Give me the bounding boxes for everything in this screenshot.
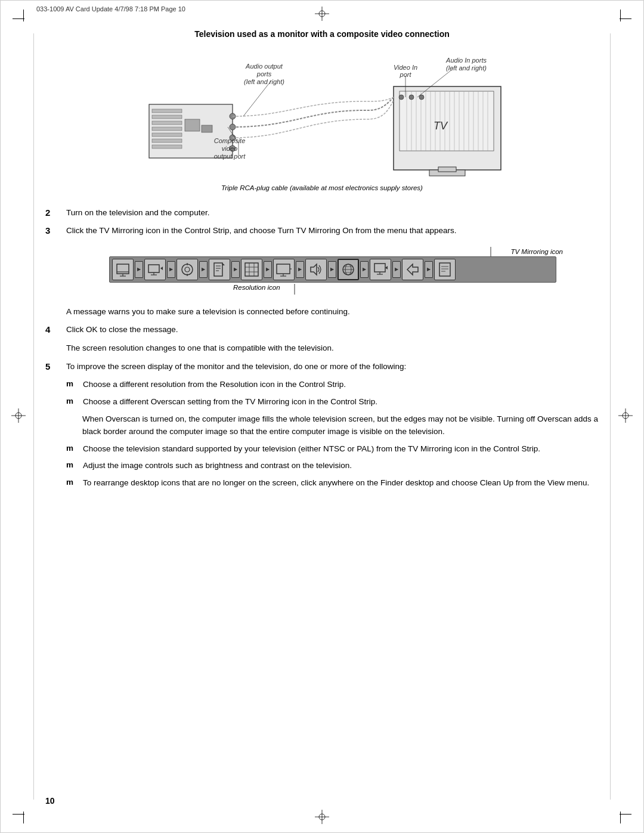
sub-text-3: Choose the television standard supported… <box>83 443 599 456</box>
svg-rect-19 <box>152 145 182 148</box>
sub-text-4: Adjust the image controls such as bright… <box>83 460 599 472</box>
cs-icon-4 <box>209 259 230 280</box>
svg-rect-90 <box>277 264 290 274</box>
sub-item-5: m To rearrange desktop icons that are no… <box>66 477 599 490</box>
sub-bullet-3: m <box>66 443 83 453</box>
cs-arrow-9: ▶ <box>392 261 401 278</box>
header-text: 033-1009 AV Card Update 4/7/98 7:18 PM P… <box>36 5 185 13</box>
cs-icon-6 <box>273 259 295 280</box>
cs-icon-5 <box>241 259 262 280</box>
left-border <box>33 33 34 800</box>
step-3: 3 Click the TV Mirroring icon in the Con… <box>45 225 599 237</box>
svg-marker-84 <box>222 263 225 265</box>
cs-arrow-10: ▶ <box>425 261 433 278</box>
cs-icon-7 <box>305 259 327 280</box>
sub-item-2: m Choose a different Overscan setting fr… <box>66 396 599 408</box>
sub-bullet-4: m <box>66 460 83 469</box>
step-5: 5 To improve the screen display of the m… <box>45 361 599 373</box>
right-border <box>610 33 611 800</box>
reg-mark-left <box>11 408 26 425</box>
diagram-svg: TV <box>113 51 531 182</box>
info-message: A message warns you to make sure a telev… <box>66 306 599 318</box>
svg-text:Composite: Composite <box>214 137 246 144</box>
step-3-number: 3 <box>45 225 66 236</box>
svg-text:(left and right): (left and right) <box>244 78 284 85</box>
svg-rect-80 <box>214 263 222 276</box>
step-4-number: 4 <box>45 324 66 335</box>
svg-marker-75 <box>160 267 163 270</box>
cs-arrow-6: ▶ <box>296 261 304 278</box>
svg-point-49 <box>399 95 404 100</box>
sub-bullet-2: m <box>66 396 83 405</box>
svg-text:output port: output port <box>214 153 246 160</box>
svg-text:video: video <box>222 145 237 152</box>
main-content: Television used as a monitor with a comp… <box>45 29 599 490</box>
cs-arrow-8: ▶ <box>360 261 369 278</box>
cs-icon-1 <box>112 259 134 280</box>
cs-arrow-4: ▶ <box>231 261 240 278</box>
step-5-text: To improve the screen display of the mon… <box>66 361 599 373</box>
svg-point-76 <box>182 264 193 275</box>
control-strip-bar: ▶ ▶ <box>109 256 556 283</box>
crop-mark-tr-h <box>620 18 631 19</box>
control-strip-container: TV Mirroring icon <box>66 248 599 291</box>
crop-mark-bl-v <box>23 812 24 823</box>
step-5-number: 5 <box>45 361 66 371</box>
svg-text:Audio output: Audio output <box>245 63 283 70</box>
svg-rect-48 <box>438 167 456 172</box>
step-2: 2 Turn on the television and the compute… <box>45 207 599 219</box>
svg-rect-21 <box>202 125 212 132</box>
cs-icon-10 <box>402 259 423 280</box>
svg-point-51 <box>419 95 424 100</box>
sub-text-2: Choose a different Overscan setting from… <box>83 396 599 408</box>
svg-rect-18 <box>152 139 182 143</box>
cs-arrow-7: ▶ <box>328 261 336 278</box>
overscan-note: When Overscan is turned on, the computer… <box>82 413 599 438</box>
step-2-text: Turn on the television and the computer. <box>66 207 599 219</box>
svg-marker-94 <box>311 264 317 275</box>
cs-arrow-1: ▶ <box>135 261 143 278</box>
svg-rect-13 <box>152 109 182 113</box>
cs-arrow-2: ▶ <box>167 261 175 278</box>
svg-text:TV: TV <box>434 120 448 132</box>
svg-rect-17 <box>152 133 182 137</box>
cs-icon-2 <box>144 259 166 280</box>
svg-rect-14 <box>152 115 182 119</box>
step-4-text: Click OK to close the message. <box>66 324 599 336</box>
sub-item-3: m Choose the television standard support… <box>66 443 599 456</box>
sub-bullet-5: m <box>66 477 83 487</box>
sub-text-5: To rearrange desktop icons that are no l… <box>83 477 599 490</box>
svg-rect-16 <box>152 127 182 131</box>
svg-text:(left and right): (left and right) <box>446 64 487 72</box>
svg-point-77 <box>185 267 190 272</box>
svg-text:Video In: Video In <box>394 64 417 71</box>
screen-resolution-note: The screen resolution changes to one tha… <box>66 342 599 355</box>
control-strip-label-bottom: Resolution icon <box>233 284 280 291</box>
reg-mark-bottom <box>315 810 329 826</box>
svg-line-52 <box>243 80 271 116</box>
crop-mark-br-v <box>620 812 621 823</box>
sub-item-4: m Adjust the image controls such as brig… <box>66 460 599 472</box>
diagram-caption: Triple RCA-plug cable (available at most… <box>221 184 423 191</box>
cs-icon-11 <box>434 259 456 280</box>
svg-marker-104 <box>407 264 418 275</box>
svg-rect-15 <box>152 121 182 125</box>
svg-text:Audio In ports: Audio In ports <box>445 57 487 64</box>
svg-rect-20 <box>185 119 200 131</box>
svg-text:ports: ports <box>256 70 272 78</box>
reg-mark-top <box>315 7 329 23</box>
crop-mark-tl-v <box>23 10 24 21</box>
svg-rect-72 <box>148 265 159 272</box>
section-heading: Television used as a monitor with a comp… <box>45 29 599 39</box>
step-3-text: Click the TV Mirroring icon in the Contr… <box>66 225 599 237</box>
svg-text:port: port <box>400 71 412 78</box>
cs-icon-9 <box>370 259 391 280</box>
page-container: 033-1009 AV Card Update 4/7/98 7:18 PM P… <box>0 0 644 833</box>
svg-point-50 <box>409 95 414 100</box>
cs-arrow-5: ▶ <box>264 261 272 278</box>
step-4: 4 Click OK to close the message. <box>45 324 599 336</box>
cs-arrow-3: ▶ <box>199 261 208 278</box>
reg-mark-right <box>618 408 633 425</box>
step-2-number: 2 <box>45 207 66 218</box>
sub-item-1: m Choose a different resolution from the… <box>66 379 599 391</box>
